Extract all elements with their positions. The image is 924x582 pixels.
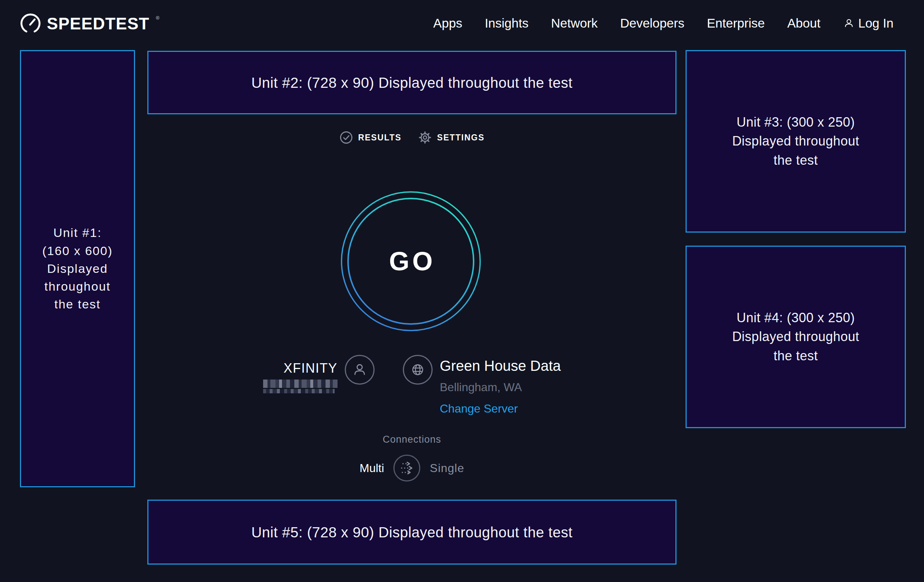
ad-unit-4-text: Unit #4: (300 x 250) Displayed throughou… [732, 308, 859, 365]
go-button[interactable]: GO [340, 191, 481, 331]
settings-tab-label: SETTINGS [437, 133, 485, 143]
change-server-link[interactable]: Change Server [440, 402, 518, 415]
check-circle-icon [339, 130, 353, 144]
ad-unit-3-text: Unit #3: (300 x 250) Displayed throughou… [732, 113, 859, 170]
multi-connection-arrows-icon [394, 455, 419, 481]
server-name: Green House Data [440, 358, 561, 374]
top-nav-bar: SPEEDTEST ® Apps Insights Network Develo… [0, 0, 924, 49]
results-tab-label: RESULTS [358, 133, 402, 143]
trademark-symbol: ® [156, 15, 160, 21]
connections-label: Connections [383, 434, 441, 445]
login-label: Log In [858, 16, 894, 30]
tab-settings[interactable]: SETTINGS [418, 130, 485, 144]
speedometer-gauge-icon [20, 13, 41, 34]
ad-unit-1-text: Unit #1: (160 x 600) Displayed throughou… [43, 224, 113, 313]
isp-user-icon-circle [345, 355, 375, 385]
tab-results[interactable]: RESULTS [339, 130, 402, 144]
connection-mode-single[interactable]: Single [430, 462, 464, 475]
connections-section: Connections Multi Single [147, 434, 676, 481]
ad-unit-3: Unit #3: (300 x 250) Displayed throughou… [686, 50, 906, 232]
nav-item-developers[interactable]: Developers [620, 16, 685, 30]
login-link[interactable]: Log In [843, 16, 894, 30]
isp-group: XFINITY [263, 355, 375, 415]
speedtest-logo[interactable]: SPEEDTEST ® [20, 13, 159, 34]
logo-wordmark: SPEEDTEST [47, 14, 150, 33]
ad-unit-2: Unit #2: (728 x 90) Displayed throughout… [147, 51, 676, 114]
connection-mode-toggle[interactable] [393, 455, 420, 481]
go-button-label: GO [340, 191, 481, 331]
ad-unit-1: Unit #1: (160 x 600) Displayed throughou… [20, 50, 135, 487]
nav-item-network[interactable]: Network [551, 16, 597, 30]
user-icon [351, 362, 368, 378]
ad-unit-4: Unit #4: (300 x 250) Displayed throughou… [686, 246, 906, 428]
server-group: Green House Data Bellingham, WA Change S… [403, 355, 561, 415]
connections-toggle-row: Multi Single [360, 455, 465, 481]
ad-unit-5: Unit #5: (728 x 90) Displayed throughout… [147, 500, 676, 565]
redacted-ip-address [263, 379, 338, 393]
nav-item-about[interactable]: About [787, 16, 820, 30]
gear-icon [418, 130, 432, 144]
view-tabs: RESULTS SETTINGS [147, 130, 676, 144]
ad-unit-2-text: Unit #2: (728 x 90) Displayed throughout… [251, 72, 573, 93]
speedtest-page: SPEEDTEST ® Apps Insights Network Develo… [0, 0, 924, 582]
isp-name: XFINITY [284, 361, 338, 376]
connection-mode-multi[interactable]: Multi [360, 462, 384, 475]
connection-info-row: XFINITY [147, 355, 676, 415]
server-location: Bellingham, WA [440, 381, 522, 394]
nav-item-insights[interactable]: Insights [485, 16, 529, 30]
globe-icon [409, 361, 426, 378]
ad-unit-5-text: Unit #5: (728 x 90) Displayed throughout… [251, 522, 573, 543]
nav-item-apps[interactable]: Apps [433, 16, 462, 30]
user-icon [843, 17, 855, 29]
server-globe-icon-circle [403, 355, 432, 385]
nav-menu: Apps Insights Network Developers Enterpr… [433, 16, 894, 30]
nav-item-enterprise[interactable]: Enterprise [707, 16, 765, 30]
